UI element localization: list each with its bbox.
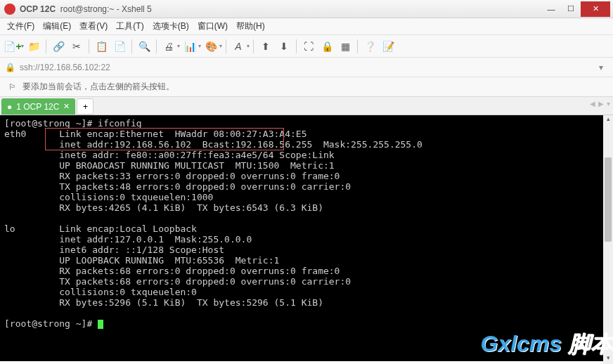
search-button[interactable]: 🔍 [136, 38, 153, 55]
bookmark-icon[interactable]: 🏳 [7, 82, 18, 92]
scrollbar[interactable]: ▴ ▾ [603, 115, 613, 364]
lock-button[interactable]: 🔒 [318, 38, 335, 55]
help-button[interactable]: ❔ [361, 38, 378, 55]
highlight-button[interactable]: ▦ [337, 38, 354, 55]
separator [357, 39, 358, 53]
tab-label: 1 OCP 12C [16, 102, 59, 112]
watermark: Gxlcms 脚本 [480, 329, 613, 360]
hint-text: 要添加当前会话，点击左侧的箭头按钮。 [22, 81, 174, 93]
download-button[interactable]: ⬇ [276, 38, 292, 55]
tab-bar: ● 1 OCP 12C ✕ + ◀ ▶ ▾ [0, 97, 613, 115]
copy-button[interactable]: 📋 [93, 38, 110, 55]
new-session-button[interactable]: 📄+ [4, 38, 21, 55]
disconnect-button[interactable]: ✂ [68, 38, 85, 55]
close-button[interactable]: ✕ [581, 1, 610, 17]
separator [46, 39, 46, 53]
compose-button[interactable]: 📝 [380, 38, 396, 55]
separator [89, 39, 89, 53]
paste-button[interactable]: 📄 [111, 38, 128, 55]
app-icon [4, 4, 15, 15]
transfer-button[interactable]: ⬆ [257, 38, 274, 55]
separator [226, 39, 226, 53]
hint-bar: 🏳 要添加当前会话，点击左侧的箭头按钮。 [0, 77, 613, 97]
separator [253, 39, 254, 53]
add-tab-button[interactable]: + [77, 98, 93, 115]
title-bar: OCP 12C root@strong:~ - Xshell 5 — ☐ ✕ [0, 0, 613, 18]
menu-bar: 文件(F) 编辑(E) 查看(V) 工具(T) 选项卡(B) 窗口(W) 帮助(… [0, 18, 613, 35]
open-button[interactable]: 📁 [25, 38, 42, 55]
toolbar: 📄+▾ 📁 🔗 ✂ 📋 📄 🔍 🖨▾ 📊▾ 🎨▾ A▾ ⬆ ⬇ ⛶ 🔒 ▦ ❔ … [0, 35, 613, 58]
reconnect-button[interactable]: 🔗 [50, 38, 67, 55]
scroll-up-icon[interactable]: ▴ [603, 115, 613, 125]
dropdown-icon[interactable]: ▾ [593, 63, 609, 72]
lock-icon: 🔒 [4, 63, 15, 72]
dropdown-icon[interactable]: ▾ [247, 43, 250, 49]
terminal[interactable]: [root@strong ~]# ifconfig eth0 Link enca… [0, 115, 613, 361]
address-bar: 🔒 ssh://192.168.56.102:22 ▾ [0, 58, 613, 77]
menu-window[interactable]: 窗口(W) [193, 18, 232, 34]
scroll-thumb[interactable] [605, 157, 612, 242]
cursor [98, 320, 103, 329]
close-icon[interactable]: ✕ [63, 102, 70, 111]
dropdown-icon[interactable]: ▾ [219, 43, 222, 49]
window-title: OCP 12C root@strong:~ - Xshell 5 [20, 4, 541, 14]
maximize-button[interactable]: ☐ [561, 1, 581, 17]
tab-nav: ◀ ▶ ▾ [590, 100, 610, 108]
properties-button[interactable]: 📊 [181, 38, 198, 55]
dropdown-icon[interactable]: ▾ [21, 43, 24, 49]
address-input[interactable]: ssh://192.168.56.102:22 [20, 63, 589, 72]
menu-tools[interactable]: 工具(T) [112, 18, 148, 34]
separator [296, 39, 297, 53]
dropdown-icon[interactable]: ▾ [177, 43, 180, 49]
highlight-box [45, 128, 284, 150]
separator [131, 39, 132, 53]
menu-tabs[interactable]: 选项卡(B) [148, 18, 193, 34]
menu-edit[interactable]: 编辑(E) [39, 18, 75, 34]
minimize-button[interactable]: — [541, 1, 561, 17]
color-button[interactable]: 🎨 [202, 38, 219, 55]
print-button[interactable]: 🖨 [160, 38, 177, 55]
dropdown-icon[interactable]: ▾ [198, 43, 201, 49]
menu-help[interactable]: 帮助(H) [232, 18, 269, 34]
window-controls: — ☐ ✕ [541, 1, 610, 17]
tab-list-icon[interactable]: ▾ [607, 100, 610, 108]
next-tab-icon[interactable]: ▶ [598, 100, 604, 108]
fullscreen-button[interactable]: ⛶ [300, 38, 317, 55]
prev-tab-icon[interactable]: ◀ [590, 100, 595, 108]
font-button[interactable]: A [230, 38, 247, 55]
dot-icon: ● [7, 102, 12, 112]
separator [156, 39, 157, 53]
menu-view[interactable]: 查看(V) [75, 18, 112, 34]
menu-file[interactable]: 文件(F) [3, 18, 39, 34]
session-tab[interactable]: ● 1 OCP 12C ✕ [1, 98, 75, 115]
